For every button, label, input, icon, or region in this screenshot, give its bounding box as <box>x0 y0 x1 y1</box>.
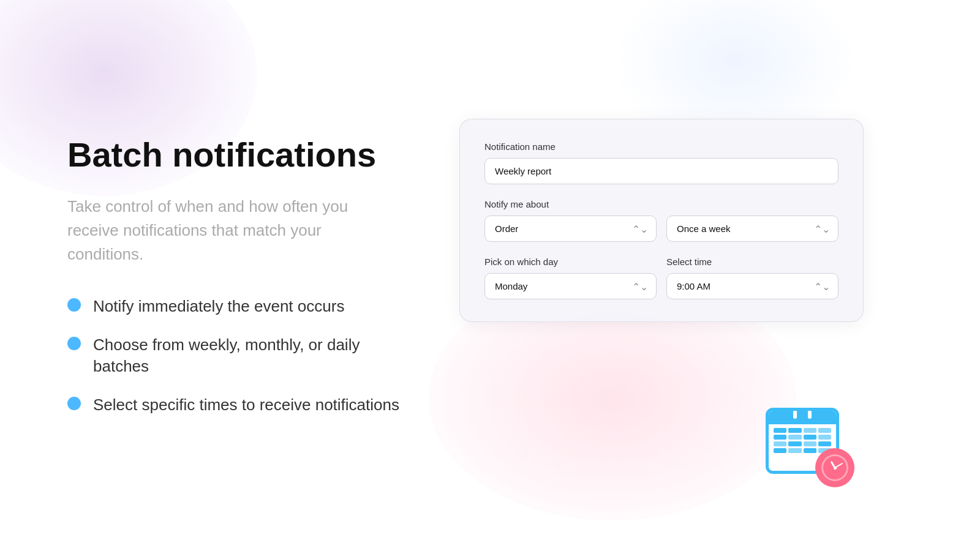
cal-cell <box>804 448 816 453</box>
clock-center-dot <box>834 467 837 470</box>
feature-text-3: Select specific times to receive notific… <box>93 394 399 416</box>
calendar-icon <box>766 408 845 481</box>
feature-item-3: Select specific times to receive notific… <box>67 394 410 416</box>
notify-row: Order Invoice Shipment ⌃⌄ Once a week On… <box>484 216 839 242</box>
notification-name-group: Notification name <box>484 141 839 184</box>
subject-col: Order Invoice Shipment ⌃⌄ <box>484 216 657 242</box>
notification-name-input[interactable] <box>484 158 839 184</box>
feature-item-1: Notify immediately the event occurs <box>67 296 410 317</box>
notify-me-about-label: Notify me about <box>484 199 839 209</box>
day-time-row: Pick on which day Monday Tuesday Wednesd… <box>484 257 839 299</box>
notify-me-about-group: Notify me about Order Invoice Shipment ⌃… <box>484 199 839 242</box>
cal-cell <box>788 435 801 440</box>
calendar-clock-illustration <box>766 408 864 506</box>
cal-ring-right <box>808 410 812 419</box>
time-select[interactable]: 9:00 AM 10:00 AM 11:00 AM 12:00 PM <box>666 273 839 299</box>
clock-face <box>821 454 848 481</box>
day-time-group: Pick on which day Monday Tuesday Wednesd… <box>484 257 839 299</box>
frequency-select-wrapper: Once a week Once a day Once a month ⌃⌄ <box>666 216 839 242</box>
time-select-wrapper: 9:00 AM 10:00 AM 11:00 AM 12:00 PM ⌃⌄ <box>666 273 839 299</box>
time-label: Select time <box>666 257 839 267</box>
calendar-header <box>769 411 836 424</box>
frequency-select[interactable]: Once a week Once a day Once a month <box>666 216 839 242</box>
cal-cell <box>774 428 786 433</box>
bullet-dot-2 <box>67 337 81 350</box>
clock-badge <box>815 448 854 487</box>
main-content: Batch notifications Take control of when… <box>0 0 980 551</box>
subtitle-text: Take control of when and how often you r… <box>67 195 361 266</box>
right-column: Notification name Notify me about Order … <box>459 119 913 432</box>
cal-cell <box>788 428 801 433</box>
bullet-dot-1 <box>67 298 81 312</box>
left-column: Batch notifications Take control of when… <box>67 135 410 416</box>
form-card: Notification name Notify me about Order … <box>459 119 864 322</box>
cal-ring-left <box>793 410 797 419</box>
cal-cell <box>818 428 831 433</box>
day-select-wrapper: Monday Tuesday Wednesday Thursday Friday… <box>484 273 657 299</box>
day-label: Pick on which day <box>484 257 657 267</box>
day-select[interactable]: Monday Tuesday Wednesday Thursday Friday… <box>484 273 657 299</box>
cal-cell <box>818 435 831 440</box>
feature-text-1: Notify immediately the event occurs <box>93 296 344 317</box>
features-list: Notify immediately the event occurs Choo… <box>67 296 410 416</box>
cal-cell <box>774 448 786 453</box>
page-title: Batch notifications <box>67 135 410 174</box>
subject-select-wrapper: Order Invoice Shipment ⌃⌄ <box>484 216 657 242</box>
cal-cell <box>804 441 816 446</box>
day-col: Pick on which day Monday Tuesday Wednesd… <box>484 257 657 299</box>
cal-cell <box>788 448 801 453</box>
bullet-dot-3 <box>67 397 81 410</box>
subject-select[interactable]: Order Invoice Shipment <box>484 216 657 242</box>
time-col: Select time 9:00 AM 10:00 AM 11:00 AM 12… <box>666 257 839 299</box>
frequency-col: Once a week Once a day Once a month ⌃⌄ <box>666 216 839 242</box>
cal-cell <box>818 441 831 446</box>
cal-cell <box>774 435 786 440</box>
feature-text-2: Choose from weekly, monthly, or daily ba… <box>93 334 410 377</box>
cal-cell <box>774 441 786 446</box>
notification-name-label: Notification name <box>484 141 839 152</box>
cal-cell <box>788 441 801 446</box>
cal-cell <box>804 428 816 433</box>
feature-item-2: Choose from weekly, monthly, or daily ba… <box>67 334 410 377</box>
cal-cell <box>804 435 816 440</box>
